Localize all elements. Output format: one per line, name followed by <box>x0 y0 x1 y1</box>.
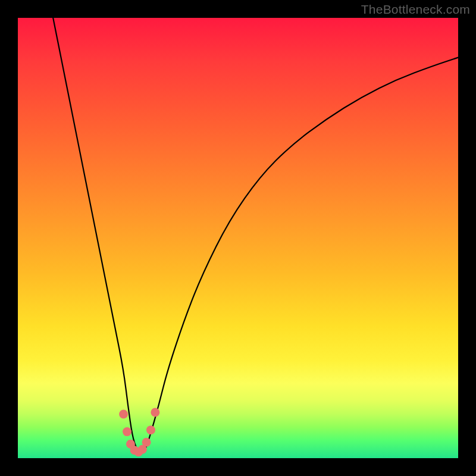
plot-area <box>18 18 458 458</box>
chart-frame: TheBottleneck.com <box>0 0 476 476</box>
highlight-marker <box>142 438 151 447</box>
chart-svg <box>18 18 458 458</box>
watermark-text: TheBottleneck.com <box>361 2 470 17</box>
bottleneck-curve <box>53 18 458 453</box>
highlight-marker <box>123 427 131 436</box>
highlight-marker <box>119 410 128 419</box>
highlight-markers <box>119 408 159 457</box>
highlight-marker <box>151 408 159 417</box>
highlight-marker <box>146 425 155 434</box>
